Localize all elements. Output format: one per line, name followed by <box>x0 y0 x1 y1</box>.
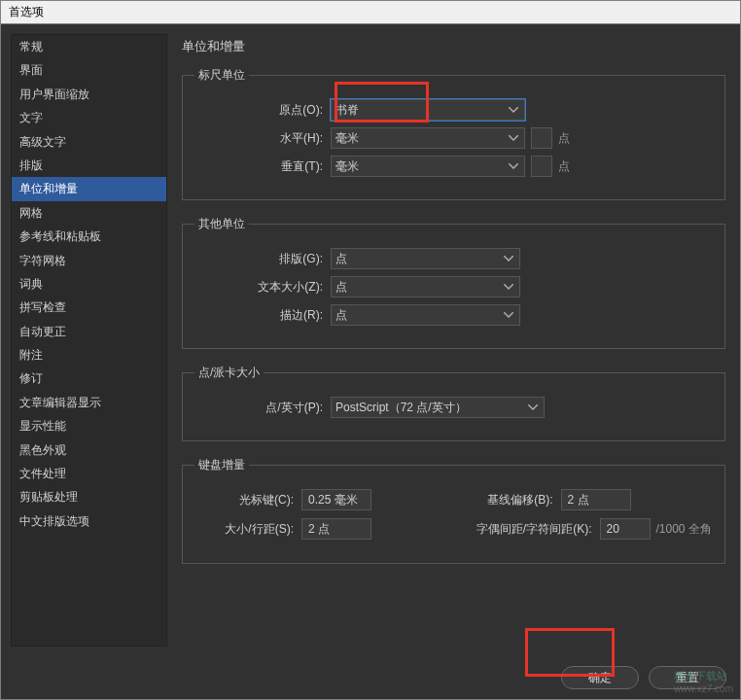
ruler-units-legend: 标尺单位 <box>194 67 249 84</box>
point-inch-select[interactable]: PostScript（72 点/英寸） <box>331 397 545 418</box>
main-panel: 单位和增量 标尺单位 原点(O): 书脊 水平(H): 毫米 点 <box>177 34 730 647</box>
sidebar-item-17[interactable]: 黑色外观 <box>12 438 166 462</box>
sidebar-item-15[interactable]: 文章编辑器显示 <box>12 391 166 414</box>
point-pica-group: 点/派卡大小 点/英寸(P): PostScript（72 点/英寸） <box>182 365 725 441</box>
horizontal-suffix: 点 <box>558 130 570 147</box>
sidebar: 常规界面用户界面缩放文字高级文字排版单位和增量网格参考线和粘贴板字符网格词典拼写… <box>11 34 167 647</box>
sidebar-item-10[interactable]: 词典 <box>12 272 166 296</box>
textsize-label: 文本大小(Z): <box>194 279 331 296</box>
sidebar-item-12[interactable]: 自动更正 <box>12 320 166 343</box>
kerning-suffix: /1000 全角 <box>656 521 712 538</box>
baseline-shift-input[interactable] <box>561 489 631 510</box>
sidebar-item-4[interactable]: 高级文字 <box>12 130 166 154</box>
preferences-window: 首选项 常规界面用户界面缩放文字高级文字排版单位和增量网格参考线和粘贴板字符网格… <box>0 0 741 700</box>
cursor-key-label: 光标键(C): <box>194 492 301 508</box>
typesetting-label: 排版(G): <box>194 251 331 267</box>
sidebar-item-13[interactable]: 附注 <box>12 343 166 367</box>
stroke-select[interactable]: 点 <box>331 304 520 326</box>
footer: 确定 重置 <box>1 656 740 699</box>
keyboard-increments-group: 键盘增量 光标键(C): 基线偏移(B): 大小/行距(S): <box>182 457 725 564</box>
sidebar-item-19[interactable]: 剪贴板处理 <box>12 485 166 508</box>
vertical-label: 垂直(T): <box>194 158 331 175</box>
vertical-select[interactable]: 毫米 <box>331 156 525 177</box>
sidebar-item-18[interactable]: 文件处理 <box>12 462 166 485</box>
sidebar-item-1[interactable]: 界面 <box>12 58 166 82</box>
baseline-shift-label: 基线偏移(B): <box>454 492 561 508</box>
sidebar-item-14[interactable]: 修订 <box>12 367 166 390</box>
sidebar-item-3[interactable]: 文字 <box>12 106 166 129</box>
keyboard-increments-legend: 键盘增量 <box>194 457 249 473</box>
vertical-suffix: 点 <box>558 158 570 175</box>
sidebar-item-7[interactable]: 网格 <box>12 201 166 225</box>
sidebar-item-5[interactable]: 排版 <box>12 154 166 177</box>
sidebar-item-9[interactable]: 字符网格 <box>12 249 166 272</box>
horizontal-select[interactable]: 毫米 <box>331 127 525 149</box>
sidebar-item-0[interactable]: 常规 <box>12 35 166 58</box>
content-area: 常规界面用户界面缩放文字高级文字排版单位和增量网格参考线和粘贴板字符网格词典拼写… <box>1 24 740 656</box>
sidebar-item-20[interactable]: 中文排版选项 <box>12 509 166 533</box>
textsize-select[interactable]: 点 <box>331 276 520 298</box>
sidebar-item-8[interactable]: 参考线和粘贴板 <box>12 225 166 248</box>
size-leading-label: 大小/行距(S): <box>194 521 301 538</box>
ruler-units-group: 标尺单位 原点(O): 书脊 水平(H): 毫米 点 垂直(T): <box>182 67 725 200</box>
sidebar-item-11[interactable]: 拼写检查 <box>12 296 166 319</box>
vertical-points-input[interactable] <box>531 156 552 177</box>
origin-label: 原点(O): <box>194 102 331 119</box>
window-title: 首选项 <box>1 1 740 24</box>
kerning-label: 字偶间距/字符间距(K): <box>454 521 600 538</box>
other-units-legend: 其他单位 <box>194 216 249 232</box>
point-inch-label: 点/英寸(P): <box>194 400 331 416</box>
sidebar-item-2[interactable]: 用户界面缩放 <box>12 83 166 106</box>
watermark: 极速下载站 www.xz7.com <box>674 669 733 694</box>
cursor-key-input[interactable] <box>301 489 371 510</box>
other-units-group: 其他单位 排版(G): 点 文本大小(Z): 点 描边(R): 点 <box>182 216 725 349</box>
horizontal-label: 水平(H): <box>194 130 331 147</box>
sidebar-item-6[interactable]: 单位和增量 <box>12 177 166 200</box>
page-title: 单位和增量 <box>182 38 725 55</box>
typesetting-select[interactable]: 点 <box>331 248 520 269</box>
stroke-label: 描边(R): <box>194 307 331 324</box>
origin-select[interactable]: 书脊 <box>331 99 525 121</box>
kerning-input[interactable] <box>600 518 651 540</box>
sidebar-item-16[interactable]: 显示性能 <box>12 414 166 438</box>
size-leading-input[interactable] <box>301 518 371 540</box>
ok-button[interactable]: 确定 <box>561 666 639 689</box>
horizontal-points-input[interactable] <box>531 127 552 149</box>
point-pica-legend: 点/派卡大小 <box>194 365 264 381</box>
